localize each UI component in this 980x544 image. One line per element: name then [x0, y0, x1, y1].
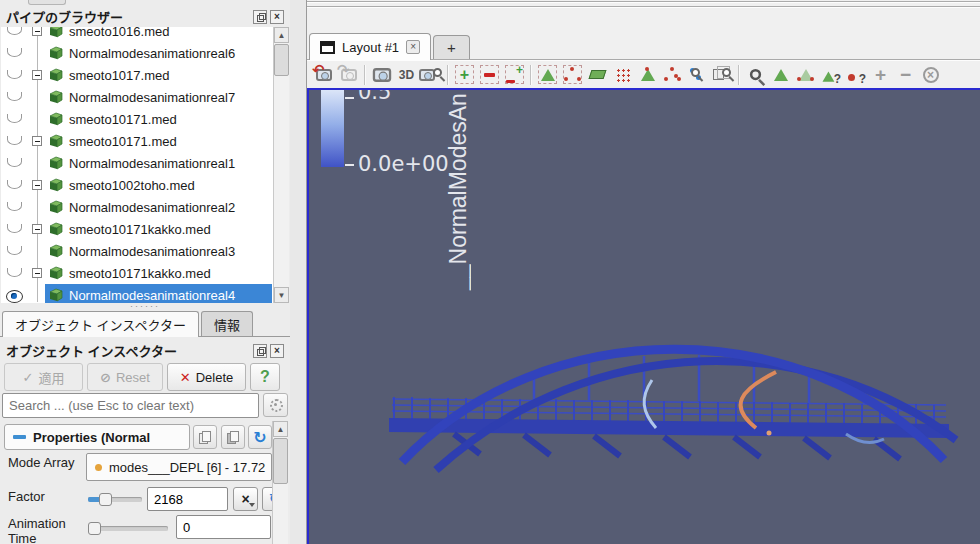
visibility-off-icon[interactable] — [5, 244, 23, 258]
zoom-to-box-icon[interactable] — [743, 62, 768, 87]
properties-scrollbar[interactable]: ▲ — [272, 421, 288, 544]
legend-tick-bottom: 0.0e+00 — [358, 152, 449, 176]
animation-time-input[interactable] — [176, 515, 271, 539]
apply-button[interactable]: ✓ 適用 — [4, 363, 83, 391]
selection-add-icon[interactable]: + — [452, 62, 477, 87]
shrink-selection-icon[interactable]: − — [893, 62, 918, 87]
animation-slider-handle[interactable] — [88, 522, 101, 535]
zoom-to-data-icon[interactable] — [419, 62, 444, 87]
tree-item-label: smeoto10171.med — [69, 112, 177, 127]
render-view[interactable]: 0.5 0.0e+00 __NormalModesAn — [307, 88, 980, 544]
select-block-icon[interactable] — [635, 62, 660, 87]
visibility-off-icon[interactable] — [5, 134, 23, 148]
undock-icon[interactable] — [253, 10, 267, 24]
scroll-up-icon[interactable]: ▲ — [274, 27, 289, 43]
select-cells-on-icon[interactable] — [535, 62, 560, 87]
camera-undo-icon[interactable]: ↶ — [311, 62, 336, 87]
factor-input[interactable] — [147, 487, 228, 511]
visibility-off-icon[interactable] — [5, 112, 23, 126]
tab-layout-1[interactable]: Layout #1 × — [309, 33, 431, 60]
tree-item-label: smeoto10171kakko.med — [69, 266, 211, 281]
selected-points-icon[interactable] — [793, 62, 818, 87]
select-points-through-icon[interactable] — [610, 62, 635, 87]
visibility-off-icon[interactable] — [5, 68, 23, 82]
tree-expander-icon[interactable] — [32, 224, 42, 234]
search-options-gear-icon[interactable] — [263, 393, 288, 417]
capture-screenshot-icon[interactable] — [369, 62, 394, 87]
visibility-off-icon[interactable] — [5, 90, 23, 104]
pipeline-scrollbar[interactable]: ▲ ▼ — [273, 27, 289, 303]
copy-properties-button[interactable] — [193, 425, 217, 449]
query-points-icon[interactable]: ? — [843, 62, 868, 87]
visibility-off-icon[interactable] — [5, 222, 23, 236]
selected-cells-icon[interactable] — [768, 62, 793, 87]
visibility-off-icon[interactable] — [5, 156, 23, 170]
query-cells-icon[interactable]: ? — [818, 62, 843, 87]
reset-button[interactable]: ⊘ Reset — [87, 363, 163, 391]
pipeline-tree-item[interactable]: Normalmodesanimationreal2 — [1, 196, 272, 218]
tab-information[interactable]: 情報 — [201, 311, 253, 336]
search-input[interactable] — [2, 393, 259, 418]
pipeline-tree-item[interactable]: Normalmodesanimationreal7 — [1, 86, 272, 108]
dataset-cube-icon — [48, 90, 64, 105]
hover-cells-icon[interactable] — [710, 62, 735, 87]
help-button[interactable]: ? — [250, 363, 280, 391]
tree-expander-icon[interactable] — [32, 136, 42, 146]
tree-expander-icon[interactable] — [32, 180, 42, 190]
pipeline-tree-item[interactable]: smeoto1016.med — [1, 27, 272, 42]
dock-splitter-handle[interactable]: ······ — [0, 303, 290, 311]
scroll-down-icon[interactable]: ▼ — [274, 287, 289, 303]
close-icon[interactable]: × — [270, 10, 284, 24]
scroll-up-icon[interactable]: ▲ — [273, 421, 288, 437]
pipeline-tree-item[interactable]: smeoto1017.med — [1, 64, 272, 86]
visibility-off-icon[interactable] — [5, 266, 23, 280]
pipeline-tree-item[interactable]: smeoto10171.med — [1, 130, 272, 152]
tree-expander-icon[interactable] — [32, 70, 42, 80]
factor-clear-button[interactable]: × — [233, 487, 258, 511]
clear-selection-icon[interactable]: × — [918, 62, 943, 87]
pipeline-tree-item[interactable]: Normalmodesanimationreal1 — [1, 152, 272, 174]
scrollbar-thumb[interactable] — [274, 44, 289, 76]
inspector-titlebar: オブジェクト インスペクター × — [0, 340, 290, 361]
close-tab-icon[interactable]: × — [406, 40, 420, 54]
hover-points-icon[interactable] — [685, 62, 710, 87]
scrollbar-thumb[interactable] — [273, 438, 288, 484]
pipeline-tree-item[interactable]: Normalmodesanimationreal6 — [1, 42, 272, 64]
select-points-on-icon[interactable] — [560, 62, 585, 87]
factor-slider-handle[interactable] — [99, 493, 112, 506]
interactive-select-points-icon[interactable] — [660, 62, 685, 87]
undock-icon[interactable] — [253, 344, 267, 358]
close-icon[interactable]: × — [270, 344, 284, 358]
properties-header-button[interactable]: Properties (Normal — [4, 424, 190, 450]
panel-splitter[interactable] — [290, 0, 306, 544]
pipeline-tree-item[interactable]: Normalmodesanimationreal3 — [1, 240, 272, 262]
visibility-off-icon[interactable] — [5, 178, 23, 192]
tree-expander-icon[interactable] — [32, 27, 42, 36]
tree-item-label: Normalmodesanimationreal6 — [69, 46, 235, 61]
new-layout-tab[interactable]: + — [433, 35, 470, 59]
grow-selection-icon[interactable]: + — [868, 62, 893, 87]
visibility-off-icon[interactable] — [5, 27, 23, 38]
toggle-2d-3d-icon[interactable]: 3D — [394, 62, 419, 87]
visibility-on-icon[interactable] — [5, 288, 23, 302]
selection-subtract-icon[interactable] — [477, 62, 502, 87]
tree-expander-icon[interactable] — [32, 268, 42, 278]
pipeline-tree-item[interactable]: smeoto10171.med — [1, 108, 272, 130]
camera-redo-icon[interactable]: ↷ — [336, 62, 361, 87]
mode-array-combobox[interactable]: modes___DEPL [6] - 17.72 — [86, 453, 272, 481]
factor-slider[interactable] — [88, 497, 142, 502]
delete-button[interactable]: ✕ Delete — [167, 363, 246, 391]
pipeline-tree-item[interactable]: smeoto10171kakko.med — [1, 218, 272, 240]
selection-toggle-icon[interactable]: + — [502, 62, 527, 87]
visibility-off-icon[interactable] — [5, 46, 23, 60]
factor-reset-button[interactable]: ↻ — [262, 487, 272, 511]
tab-object-inspector[interactable]: オブジェクト インスペクター — [2, 311, 199, 337]
pipeline-tree-item[interactable]: smeoto10171kakko.med — [1, 262, 272, 284]
pipeline-tree-item[interactable]: smeoto1002toho.med — [1, 174, 272, 196]
animation-time-slider[interactable] — [88, 526, 168, 531]
color-legend-bar[interactable] — [321, 90, 344, 167]
select-cells-through-icon[interactable] — [585, 62, 610, 87]
reload-properties-button[interactable]: ↻ — [248, 425, 272, 449]
paste-properties-button[interactable] — [221, 425, 245, 449]
visibility-off-icon[interactable] — [5, 200, 23, 214]
